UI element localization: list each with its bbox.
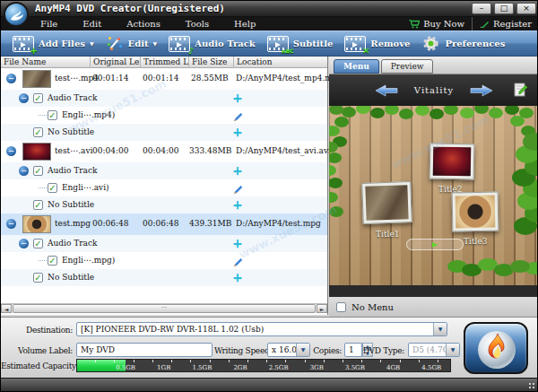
app-window: www.xue51.com www.xue51.com www.xue51.co…: [0, 0, 538, 392]
col-location[interactable]: Location: [234, 57, 327, 68]
add-subtitle-icon[interactable]: +: [232, 125, 243, 139]
flame-icon: [485, 333, 510, 363]
menu-actions[interactable]: Actions: [114, 19, 173, 29]
col-file-name[interactable]: File Name: [1, 57, 91, 68]
destination-label: Destination:: [1, 326, 73, 335]
collapse-icon[interactable]: −: [6, 74, 16, 83]
audio-track-row[interactable]: ✓ Engli⋯.avi): [1, 179, 327, 196]
subtitle-checkbox[interactable]: ✓: [33, 200, 43, 210]
trimmed-length: 00:06:48: [143, 219, 178, 228]
subtitle-row[interactable]: ✓ No Subtitle +: [1, 269, 327, 286]
tab-preview[interactable]: Preview: [381, 59, 434, 74]
remove-button[interactable]: ✕ Remove: [344, 36, 410, 52]
audio-group-row[interactable]: − ✓ Audio Track +: [1, 162, 327, 179]
preferences-label: Preferences: [445, 39, 505, 48]
title3-thumbnail: [456, 196, 496, 229]
subtitle-label: Subtitle: [293, 39, 334, 48]
volume-label-input[interactable]: My DVD: [76, 343, 213, 357]
destination-select[interactable]: [K] PIONEER DVD-RW DVR-118L 1.02 (Usb) ▼: [76, 322, 447, 336]
audio-track-button[interactable]: ♪ Audio Track: [169, 36, 255, 52]
scroll-right-icon[interactable]: ►: [317, 304, 327, 313]
close-button[interactable]: ×: [516, 3, 536, 14]
horizontal-scrollbar[interactable]: ◄ ··· ►: [1, 303, 327, 313]
menu-edit[interactable]: Edit: [70, 19, 114, 29]
file-size: 333.48MB: [189, 146, 231, 155]
capacity-tick: 3.5GB: [345, 364, 365, 371]
collapse-icon[interactable]: −: [19, 239, 29, 248]
x-badge-icon: ✕: [362, 46, 369, 56]
title2-frame[interactable]: [430, 144, 475, 180]
collapse-icon[interactable]: −: [6, 146, 16, 156]
minimize-button[interactable]: –: [472, 3, 491, 14]
add-subtitle-icon[interactable]: +: [232, 197, 243, 212]
dvd-type-label: DVD Type:: [331, 346, 404, 355]
add-files-label: Add Files: [39, 39, 85, 48]
prev-template-arrow-icon[interactable]: [375, 84, 398, 97]
title1-frame[interactable]: [361, 181, 412, 224]
audio-group-row[interactable]: − ✓ Audio Track +: [1, 90, 327, 107]
edit-button[interactable]: Edit ▼: [106, 35, 158, 52]
menu-preview-scene[interactable]: Title2 Title1 Title3: [329, 106, 538, 285]
tab-menu[interactable]: Menu: [334, 59, 379, 74]
register-link[interactable]: Register: [472, 17, 538, 30]
original-length: 00:06:48: [92, 219, 128, 228]
subtitle-checkbox[interactable]: ✓: [33, 127, 43, 137]
resize-grip[interactable]: [528, 382, 536, 390]
scroll-left-icon[interactable]: ◄: [1, 304, 12, 313]
menu-tools[interactable]: Tools: [173, 19, 221, 29]
add-audio-icon[interactable]: +: [232, 236, 243, 250]
file-row-selected[interactable]: − test.mpg 00:06:48 00:06:48 439.31MB D:…: [1, 213, 327, 235]
file-name: test⋯.avi: [55, 146, 92, 155]
preferences-button[interactable]: Preferences: [421, 34, 505, 53]
scrollbar-thumb[interactable]: ···: [13, 304, 316, 313]
subtitle-row[interactable]: ✓ No Subtitle +: [1, 196, 327, 213]
capacity-tick: 3GB: [310, 364, 324, 371]
audio-checkbox[interactable]: ✓: [33, 166, 43, 176]
col-original-length[interactable]: Original Leng: [91, 57, 141, 68]
chevron-down-icon[interactable]: ▼: [433, 323, 447, 335]
film-subtitle-icon: ABC: [267, 36, 289, 52]
burn-button[interactable]: [464, 322, 528, 374]
add-audio-icon[interactable]: +: [232, 163, 243, 178]
collapse-icon[interactable]: −: [6, 219, 16, 229]
subtitle-button[interactable]: ABC Subtitle: [267, 36, 334, 52]
next-template-arrow-icon[interactable]: [470, 84, 493, 97]
subtitle-row[interactable]: ✓ No Subtitle +: [1, 124, 327, 141]
no-menu-checkbox[interactable]: [336, 302, 346, 312]
track-checkbox[interactable]: ✓: [48, 110, 57, 120]
subtitle-checkbox[interactable]: ✓: [33, 273, 43, 283]
add-audio-icon[interactable]: +: [232, 91, 243, 105]
add-files-button[interactable]: + Add Files ▼: [13, 36, 94, 52]
chevron-down-icon[interactable]: ▼: [153, 40, 158, 47]
tree-connector: [39, 115, 47, 116]
writing-speed-select[interactable]: x 16.0 ▼: [267, 343, 310, 357]
maximize-button[interactable]: □: [494, 3, 514, 14]
collapse-icon[interactable]: −: [19, 166, 29, 176]
col-file-size[interactable]: File Size: [189, 57, 234, 68]
video-thumbnail: [22, 70, 51, 88]
edit-menu-icon[interactable]: [513, 83, 528, 101]
col-trimmed-length[interactable]: Trimmed Lengt: [141, 57, 189, 68]
chevron-down-icon: ▼: [446, 344, 459, 356]
chevron-down-icon[interactable]: ▼: [296, 344, 309, 356]
dvd-type-select[interactable]: D5 (4.7G) ▼: [408, 343, 460, 357]
chevron-down-icon[interactable]: ▼: [90, 40, 94, 47]
audio-group-row[interactable]: − ✓ Audio Track +: [1, 235, 327, 252]
audio-checkbox[interactable]: ✓: [33, 239, 43, 248]
buy-now-link[interactable]: Buy Now: [402, 17, 472, 30]
writing-speed-label: Writing Speed:: [214, 346, 265, 355]
file-row[interactable]: − test⋯.avi 00:04:00 00:04:00 333.48MB D…: [1, 141, 327, 162]
audio-track-row[interactable]: ✓ Engli⋯.mp4): [1, 107, 327, 124]
audio-track-row[interactable]: ✓ Engli⋯.mpg): [1, 252, 327, 269]
file-row[interactable]: − test⋯.mp4 00:01:14 00:01:14 28.55MB D:…: [1, 68, 327, 90]
menu-play-button[interactable]: [406, 239, 464, 250]
collapse-icon[interactable]: −: [19, 93, 29, 103]
capacity-tick: 0.5GB: [116, 364, 135, 371]
menu-help[interactable]: Help: [221, 19, 268, 29]
track-checkbox[interactable]: ✓: [48, 256, 57, 266]
add-subtitle-icon[interactable]: +: [232, 270, 243, 284]
title3-frame[interactable]: [452, 192, 499, 232]
audio-checkbox[interactable]: ✓: [33, 93, 43, 103]
track-checkbox[interactable]: ✓: [48, 183, 57, 193]
menu-file[interactable]: File: [28, 19, 70, 29]
